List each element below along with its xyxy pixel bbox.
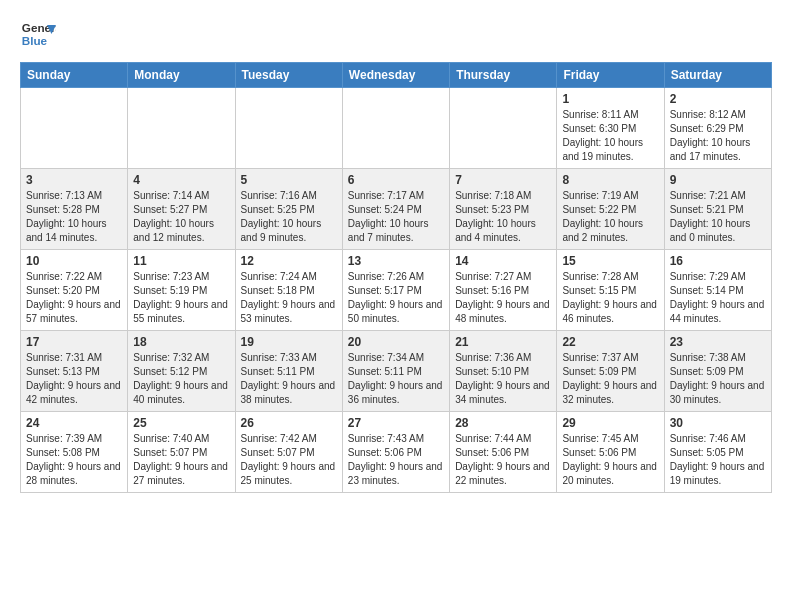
calendar-cell: 2Sunrise: 8:12 AM Sunset: 6:29 PM Daylig… [664,88,771,169]
calendar-cell: 3Sunrise: 7:13 AM Sunset: 5:28 PM Daylig… [21,169,128,250]
calendar-cell: 11Sunrise: 7:23 AM Sunset: 5:19 PM Dayli… [128,250,235,331]
logo-icon: General Blue [20,16,56,52]
svg-text:Blue: Blue [22,34,48,47]
calendar-cell: 21Sunrise: 7:36 AM Sunset: 5:10 PM Dayli… [450,331,557,412]
day-number: 17 [26,335,122,349]
day-info: Sunrise: 8:11 AM Sunset: 6:30 PM Dayligh… [562,108,658,164]
calendar-dow-wednesday: Wednesday [342,63,449,88]
calendar-week-row: 10Sunrise: 7:22 AM Sunset: 5:20 PM Dayli… [21,250,772,331]
day-number: 8 [562,173,658,187]
day-info: Sunrise: 7:37 AM Sunset: 5:09 PM Dayligh… [562,351,658,407]
day-info: Sunrise: 7:16 AM Sunset: 5:25 PM Dayligh… [241,189,337,245]
day-info: Sunrise: 7:28 AM Sunset: 5:15 PM Dayligh… [562,270,658,326]
day-info: Sunrise: 7:31 AM Sunset: 5:13 PM Dayligh… [26,351,122,407]
day-info: Sunrise: 7:33 AM Sunset: 5:11 PM Dayligh… [241,351,337,407]
day-number: 13 [348,254,444,268]
day-info: Sunrise: 7:22 AM Sunset: 5:20 PM Dayligh… [26,270,122,326]
calendar-dow-monday: Monday [128,63,235,88]
day-info: Sunrise: 7:34 AM Sunset: 5:11 PM Dayligh… [348,351,444,407]
day-number: 14 [455,254,551,268]
day-number: 1 [562,92,658,106]
day-number: 20 [348,335,444,349]
day-number: 18 [133,335,229,349]
day-info: Sunrise: 8:12 AM Sunset: 6:29 PM Dayligh… [670,108,766,164]
calendar-cell: 28Sunrise: 7:44 AM Sunset: 5:06 PM Dayli… [450,412,557,493]
calendar-cell: 17Sunrise: 7:31 AM Sunset: 5:13 PM Dayli… [21,331,128,412]
day-number: 19 [241,335,337,349]
calendar-cell: 12Sunrise: 7:24 AM Sunset: 5:18 PM Dayli… [235,250,342,331]
day-info: Sunrise: 7:29 AM Sunset: 5:14 PM Dayligh… [670,270,766,326]
day-info: Sunrise: 7:44 AM Sunset: 5:06 PM Dayligh… [455,432,551,488]
day-info: Sunrise: 7:46 AM Sunset: 5:05 PM Dayligh… [670,432,766,488]
calendar-cell: 10Sunrise: 7:22 AM Sunset: 5:20 PM Dayli… [21,250,128,331]
day-info: Sunrise: 7:40 AM Sunset: 5:07 PM Dayligh… [133,432,229,488]
calendar-cell: 1Sunrise: 8:11 AM Sunset: 6:30 PM Daylig… [557,88,664,169]
calendar-cell: 18Sunrise: 7:32 AM Sunset: 5:12 PM Dayli… [128,331,235,412]
calendar-cell: 14Sunrise: 7:27 AM Sunset: 5:16 PM Dayli… [450,250,557,331]
page: General Blue SundayMondayTuesdayWednesda… [0,0,792,509]
calendar-cell: 15Sunrise: 7:28 AM Sunset: 5:15 PM Dayli… [557,250,664,331]
day-info: Sunrise: 7:45 AM Sunset: 5:06 PM Dayligh… [562,432,658,488]
day-info: Sunrise: 7:26 AM Sunset: 5:17 PM Dayligh… [348,270,444,326]
calendar-dow-saturday: Saturday [664,63,771,88]
day-info: Sunrise: 7:38 AM Sunset: 5:09 PM Dayligh… [670,351,766,407]
day-info: Sunrise: 7:24 AM Sunset: 5:18 PM Dayligh… [241,270,337,326]
calendar-week-row: 3Sunrise: 7:13 AM Sunset: 5:28 PM Daylig… [21,169,772,250]
calendar-cell [128,88,235,169]
day-number: 26 [241,416,337,430]
day-number: 9 [670,173,766,187]
day-number: 2 [670,92,766,106]
day-number: 4 [133,173,229,187]
day-number: 21 [455,335,551,349]
calendar-cell: 24Sunrise: 7:39 AM Sunset: 5:08 PM Dayli… [21,412,128,493]
day-info: Sunrise: 7:21 AM Sunset: 5:21 PM Dayligh… [670,189,766,245]
calendar-cell: 13Sunrise: 7:26 AM Sunset: 5:17 PM Dayli… [342,250,449,331]
calendar-header-row: SundayMondayTuesdayWednesdayThursdayFrid… [21,63,772,88]
day-info: Sunrise: 7:27 AM Sunset: 5:16 PM Dayligh… [455,270,551,326]
calendar-cell: 23Sunrise: 7:38 AM Sunset: 5:09 PM Dayli… [664,331,771,412]
day-info: Sunrise: 7:32 AM Sunset: 5:12 PM Dayligh… [133,351,229,407]
calendar-cell: 27Sunrise: 7:43 AM Sunset: 5:06 PM Dayli… [342,412,449,493]
logo: General Blue [20,16,56,52]
day-info: Sunrise: 7:39 AM Sunset: 5:08 PM Dayligh… [26,432,122,488]
calendar-table: SundayMondayTuesdayWednesdayThursdayFrid… [20,62,772,493]
calendar-cell: 30Sunrise: 7:46 AM Sunset: 5:05 PM Dayli… [664,412,771,493]
calendar-cell: 29Sunrise: 7:45 AM Sunset: 5:06 PM Dayli… [557,412,664,493]
calendar-cell [21,88,128,169]
calendar-cell: 25Sunrise: 7:40 AM Sunset: 5:07 PM Dayli… [128,412,235,493]
calendar-cell: 20Sunrise: 7:34 AM Sunset: 5:11 PM Dayli… [342,331,449,412]
calendar-cell: 5Sunrise: 7:16 AM Sunset: 5:25 PM Daylig… [235,169,342,250]
day-info: Sunrise: 7:14 AM Sunset: 5:27 PM Dayligh… [133,189,229,245]
day-info: Sunrise: 7:42 AM Sunset: 5:07 PM Dayligh… [241,432,337,488]
calendar-week-row: 1Sunrise: 8:11 AM Sunset: 6:30 PM Daylig… [21,88,772,169]
day-info: Sunrise: 7:13 AM Sunset: 5:28 PM Dayligh… [26,189,122,245]
day-info: Sunrise: 7:17 AM Sunset: 5:24 PM Dayligh… [348,189,444,245]
day-info: Sunrise: 7:23 AM Sunset: 5:19 PM Dayligh… [133,270,229,326]
calendar-dow-thursday: Thursday [450,63,557,88]
calendar-cell: 6Sunrise: 7:17 AM Sunset: 5:24 PM Daylig… [342,169,449,250]
day-number: 10 [26,254,122,268]
calendar-cell [235,88,342,169]
day-info: Sunrise: 7:43 AM Sunset: 5:06 PM Dayligh… [348,432,444,488]
day-number: 22 [562,335,658,349]
calendar-cell: 8Sunrise: 7:19 AM Sunset: 5:22 PM Daylig… [557,169,664,250]
calendar-cell: 4Sunrise: 7:14 AM Sunset: 5:27 PM Daylig… [128,169,235,250]
day-number: 23 [670,335,766,349]
calendar-dow-friday: Friday [557,63,664,88]
day-number: 30 [670,416,766,430]
day-number: 24 [26,416,122,430]
calendar-cell: 22Sunrise: 7:37 AM Sunset: 5:09 PM Dayli… [557,331,664,412]
day-info: Sunrise: 7:18 AM Sunset: 5:23 PM Dayligh… [455,189,551,245]
day-number: 25 [133,416,229,430]
calendar-cell: 9Sunrise: 7:21 AM Sunset: 5:21 PM Daylig… [664,169,771,250]
calendar-cell: 16Sunrise: 7:29 AM Sunset: 5:14 PM Dayli… [664,250,771,331]
day-number: 5 [241,173,337,187]
day-number: 3 [26,173,122,187]
day-number: 15 [562,254,658,268]
day-number: 29 [562,416,658,430]
day-number: 6 [348,173,444,187]
calendar-dow-tuesday: Tuesday [235,63,342,88]
day-number: 12 [241,254,337,268]
calendar-cell [450,88,557,169]
day-number: 27 [348,416,444,430]
